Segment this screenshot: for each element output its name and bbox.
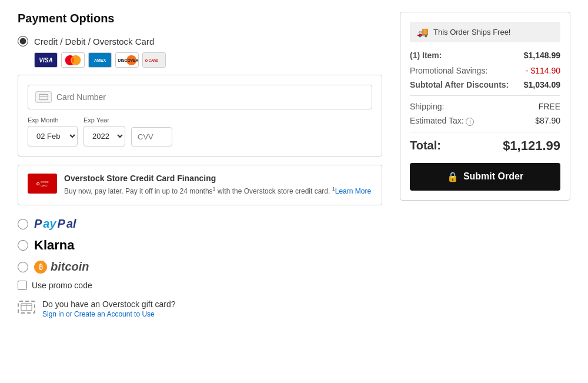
total-row: Total: $1,121.99: [410, 138, 560, 154]
exp-year-label: Exp Year: [83, 116, 125, 124]
promo-savings-value: - $114.90: [526, 66, 560, 75]
credit-card-radio[interactable]: [18, 36, 28, 46]
financing-content: Overstock Store Credit Card Financing Bu…: [64, 174, 371, 197]
credit-card-label: Credit / Debit / Overstock Card: [34, 36, 154, 46]
order-summary-box: 🚚 This Order Ships Free! (1) Item: $1,14…: [400, 12, 570, 201]
exp-year-select[interactable]: 2022 2023 2024 2025 2026: [83, 126, 125, 146]
financing-logo: O STORE CARD: [28, 174, 57, 194]
subtotal-row: Subtotal After Discounts: $1,034.09: [410, 80, 560, 89]
card-icon: [35, 91, 52, 103]
promo-code-option[interactable]: Use promo code: [18, 281, 382, 290]
exp-year-group: Exp Year 2022 2023 2024 2025 2026: [83, 116, 125, 146]
exp-month-select[interactable]: 01 Jan 02 Feb 03 Mar 04 Apr 05 May 06 Ju…: [28, 126, 78, 146]
paypal-radio[interactable]: [18, 219, 28, 229]
klarna-radio[interactable]: [18, 240, 28, 251]
klarna-option[interactable]: Klarna: [18, 238, 382, 253]
tax-row: Estimated Tax: i $87.90: [410, 116, 560, 126]
promo-checkbox[interactable]: [18, 281, 27, 290]
gift-card-link[interactable]: Sign in or Create an Account to Use: [42, 310, 175, 318]
submit-order-label: Submit Order: [463, 171, 523, 182]
paypal-logo: PayPal: [34, 217, 76, 231]
promo-label[interactable]: Use promo code: [32, 281, 92, 290]
paypal-option[interactable]: PayPal: [18, 217, 382, 231]
total-label: Total:: [410, 139, 441, 152]
visa-logo: VISA: [34, 52, 58, 68]
shipping-value: FREE: [539, 102, 560, 111]
svg-text:O CARD: O CARD: [145, 59, 158, 62]
bitcoin-icon: ₿: [34, 261, 47, 274]
tax-label: Estimated Tax: i: [410, 116, 474, 126]
ships-free-text: This Order Ships Free!: [433, 28, 511, 36]
shipping-row: Shipping: FREE: [410, 102, 560, 111]
learn-more-link[interactable]: Learn More: [335, 187, 371, 195]
cvv-input[interactable]: [131, 127, 172, 146]
subtotal-label: Subtotal After Discounts:: [410, 80, 509, 89]
order-summary-panel: 🚚 This Order Ships Free! (1) Item: $1,14…: [400, 12, 570, 318]
financing-title: Overstock Store Credit Card Financing: [64, 174, 371, 183]
overstock-card-logo: O CARD: [142, 52, 166, 68]
bitcoin-logo: ₿ bitcoin: [34, 260, 89, 274]
gift-card-icon: [18, 301, 35, 314]
credit-card-option[interactable]: Credit / Debit / Overstock Card: [18, 36, 382, 46]
discover-logo: DISCOVER: [115, 52, 139, 68]
card-logos: VISA AMEX DISCOVER O CARD: [34, 52, 382, 68]
promo-savings-label: Promotional Savings:: [410, 66, 487, 75]
divider-2: [410, 132, 560, 132]
bitcoin-option[interactable]: ₿ bitcoin: [18, 260, 382, 274]
lock-icon: 🔒: [447, 171, 459, 182]
svg-text:DISCOVER: DISCOVER: [118, 58, 138, 62]
tax-info-icon[interactable]: i: [466, 118, 474, 126]
svg-text:STORE: STORE: [41, 181, 49, 184]
page-title: Payment Options: [18, 12, 382, 25]
items-label: (1) Item:: [410, 51, 442, 60]
truck-icon: 🚚: [417, 26, 429, 38]
financing-desc: Buy now, pay later. Pay it off in up to …: [64, 185, 371, 197]
subtotal-value: $1,034.09: [524, 80, 560, 89]
card-number-input[interactable]: [56, 92, 365, 102]
cvv-label: [131, 118, 172, 125]
svg-rect-8: [39, 96, 48, 97]
svg-text:CARD: CARD: [41, 184, 47, 187]
gift-card-content: Do you have an Overstock gift card? Sign…: [42, 299, 175, 318]
items-row: (1) Item: $1,148.99: [410, 51, 560, 60]
items-value: $1,148.99: [524, 51, 560, 60]
exp-month-label: Exp Month: [28, 116, 78, 124]
ships-free-banner: 🚚 This Order Ships Free!: [410, 22, 560, 42]
gift-card-row: Do you have an Overstock gift card? Sign…: [18, 299, 382, 318]
cvv-group: [131, 118, 172, 146]
card-form-box: Exp Month 01 Jan 02 Feb 03 Mar 04 Apr 05…: [18, 75, 382, 156]
promo-savings-row: Promotional Savings: - $114.90: [410, 66, 560, 75]
svg-text:O: O: [36, 182, 40, 186]
klarna-logo: Klarna: [34, 238, 74, 253]
divider-1: [410, 95, 560, 96]
total-value: $1,121.99: [503, 138, 560, 154]
card-number-field[interactable]: [28, 85, 372, 109]
mastercard-logo: [61, 52, 85, 68]
payment-options-panel: Payment Options Credit / Debit / Oversto…: [18, 12, 382, 318]
shipping-label: Shipping:: [410, 102, 444, 111]
bitcoin-radio[interactable]: [18, 262, 28, 272]
card-row: Exp Month 01 Jan 02 Feb 03 Mar 04 Apr 05…: [28, 116, 372, 146]
amex-logo: AMEX: [88, 52, 112, 68]
tax-value: $87.90: [535, 116, 560, 125]
gift-card-question: Do you have an Overstock gift card?: [42, 299, 175, 309]
exp-month-group: Exp Month 01 Jan 02 Feb 03 Mar 04 Apr 05…: [28, 116, 78, 146]
financing-box: O STORE CARD Overstock Store Credit Card…: [18, 165, 382, 205]
submit-order-button[interactable]: 🔒 Submit Order: [410, 163, 560, 191]
